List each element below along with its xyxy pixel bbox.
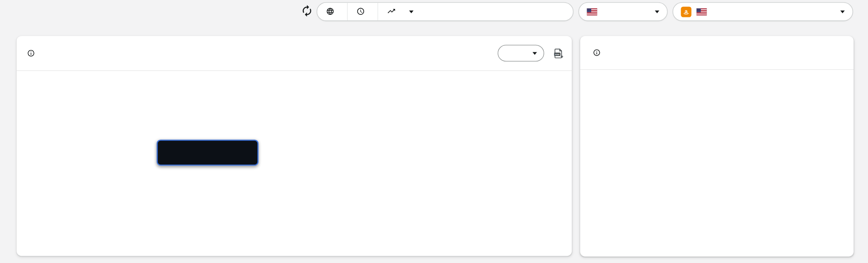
globe-icon bbox=[326, 7, 334, 16]
tooltip-row bbox=[163, 159, 253, 161]
export-csv-button[interactable]: csv bbox=[553, 48, 564, 59]
timezone-selector[interactable] bbox=[317, 3, 347, 21]
refresh-button[interactable] bbox=[300, 4, 314, 19]
chevron-down-icon bbox=[655, 10, 659, 13]
chevron-down-icon bbox=[840, 10, 845, 13]
legend-item-organic-sales[interactable] bbox=[44, 80, 53, 86]
legend-item-ad-sales[interactable] bbox=[23, 80, 33, 86]
legend-swatch bbox=[44, 80, 50, 86]
date-range-selector[interactable] bbox=[347, 3, 378, 21]
chart-legend bbox=[23, 80, 572, 86]
summary-card-title bbox=[589, 49, 601, 56]
dashboard: a csv bbox=[0, 0, 868, 263]
legend-swatch bbox=[64, 82, 72, 84]
us-flag-icon bbox=[696, 8, 707, 15]
svg-text:csv: csv bbox=[555, 52, 560, 55]
info-icon[interactable] bbox=[27, 49, 35, 57]
us-flag-icon bbox=[587, 8, 597, 15]
info-icon[interactable] bbox=[593, 49, 601, 56]
svg-text:a: a bbox=[684, 8, 688, 14]
trend-card-title bbox=[23, 49, 35, 57]
totals-row bbox=[589, 85, 845, 92]
trending-up-icon bbox=[387, 7, 396, 17]
tooltip-swatch bbox=[163, 146, 168, 151]
advertising-performance-summary-card bbox=[580, 36, 854, 257]
tooltip-swatch bbox=[163, 153, 168, 158]
chart-tooltip bbox=[157, 140, 259, 165]
compare-range-selector[interactable] bbox=[378, 3, 423, 21]
tooltip-row bbox=[163, 153, 253, 158]
tooltip-swatch bbox=[163, 159, 168, 161]
total-spend bbox=[717, 85, 845, 92]
legend-item-acos[interactable] bbox=[64, 82, 75, 84]
account-selector[interactable]: a bbox=[673, 2, 853, 21]
tooltip-row bbox=[163, 146, 253, 151]
chevron-down-icon bbox=[409, 10, 413, 13]
currency-selector[interactable] bbox=[579, 2, 668, 21]
csv-download-icon: csv bbox=[553, 52, 564, 61]
trend-metric-dropdown[interactable] bbox=[498, 45, 544, 62]
report-settings-pill bbox=[317, 2, 573, 21]
chevron-down-icon bbox=[532, 52, 537, 55]
total-ad-sales bbox=[589, 85, 717, 92]
historical-trend-chart[interactable] bbox=[17, 116, 572, 255]
amazon-icon: a bbox=[681, 6, 692, 17]
clock-icon bbox=[356, 7, 365, 16]
legend-swatch bbox=[23, 80, 29, 86]
refresh-icon bbox=[300, 11, 313, 19]
advertising-performance-trend-card: csv bbox=[17, 36, 572, 256]
